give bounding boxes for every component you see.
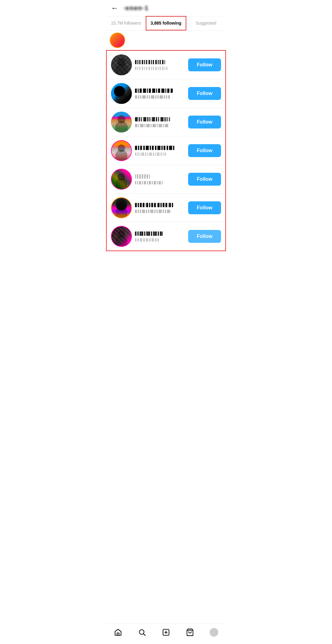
tabs-bar: 15.7M followers 3,885 following Suggeste… bbox=[106, 16, 226, 31]
partial-top-row bbox=[106, 31, 226, 50]
user-avatar bbox=[111, 140, 132, 161]
follow-button[interactable]: Follow bbox=[188, 116, 221, 128]
list-item: Follow bbox=[107, 51, 225, 79]
user-name-bar bbox=[135, 231, 163, 236]
user-info bbox=[135, 231, 185, 242]
follow-button[interactable]: Follow bbox=[188, 173, 221, 186]
user-handle-bar bbox=[135, 181, 163, 184]
user-info bbox=[135, 203, 185, 213]
user-name-bar bbox=[135, 203, 174, 207]
list-item: Follow bbox=[107, 194, 225, 222]
list-item: Follow bbox=[107, 108, 225, 136]
list-item: Follow bbox=[107, 136, 225, 165]
list-item: Follow bbox=[107, 222, 225, 251]
user-info bbox=[135, 89, 185, 99]
following-list: FollowFollowFollowFollowFollowFollowFoll… bbox=[106, 50, 226, 251]
follow-button[interactable]: Follow bbox=[188, 144, 221, 157]
user-handle-bar bbox=[135, 238, 159, 242]
user-info bbox=[135, 60, 185, 70]
bottom-spacer bbox=[106, 251, 226, 276]
follow-button[interactable]: Follow bbox=[188, 201, 221, 214]
user-avatar bbox=[111, 169, 132, 190]
back-button[interactable]: ← bbox=[111, 4, 118, 12]
user-info bbox=[135, 117, 185, 127]
user-avatar bbox=[111, 226, 132, 247]
user-name-bar bbox=[135, 117, 170, 121]
list-item: Follow bbox=[107, 165, 225, 194]
follow-button[interactable]: Follow bbox=[188, 230, 221, 243]
user-avatar bbox=[111, 112, 132, 132]
user-name-bar bbox=[135, 146, 175, 150]
tab-following[interactable]: 3,885 following bbox=[146, 16, 186, 30]
username: ·enen·1 bbox=[123, 5, 149, 12]
partial-avatar bbox=[110, 33, 125, 48]
user-handle-bar bbox=[135, 124, 169, 127]
tab-followers[interactable]: 15.7M followers bbox=[106, 16, 146, 30]
user-info bbox=[135, 146, 185, 156]
user-handle-bar bbox=[135, 152, 166, 156]
user-avatar bbox=[111, 83, 132, 104]
header: ← ·enen·1 bbox=[106, 0, 226, 16]
list-item: Follow bbox=[107, 79, 225, 108]
user-name-bar bbox=[135, 174, 150, 179]
follow-button[interactable]: Follow bbox=[188, 87, 221, 100]
user-name-bar bbox=[135, 89, 173, 93]
tab-suggested[interactable]: Suggested bbox=[186, 16, 226, 30]
follow-button[interactable]: Follow bbox=[188, 58, 221, 71]
user-handle-bar bbox=[135, 210, 171, 213]
user-avatar bbox=[111, 197, 132, 218]
user-avatar bbox=[111, 54, 132, 75]
user-handle-bar bbox=[135, 67, 168, 70]
user-info bbox=[135, 174, 185, 184]
user-name-bar bbox=[135, 60, 165, 64]
user-handle-bar bbox=[135, 95, 170, 99]
